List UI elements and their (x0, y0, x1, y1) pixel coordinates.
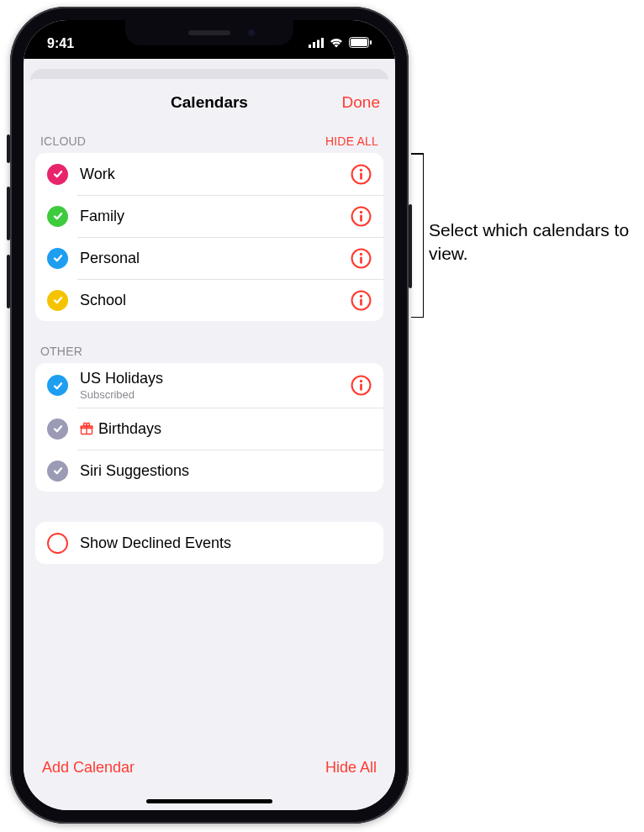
calendar-subtitle: Subscribed (80, 388, 351, 401)
wifi-icon (329, 36, 344, 51)
svg-rect-21 (360, 383, 362, 390)
calendar-name: Personal (80, 250, 351, 267)
other-calendar-group: US Holidays Subscribed Birthdays (35, 363, 383, 492)
calendar-name: School (80, 292, 351, 309)
svg-rect-1 (313, 42, 315, 48)
home-indicator[interactable] (146, 799, 272, 803)
svg-rect-5 (351, 39, 367, 46)
svg-point-17 (360, 294, 362, 297)
calendar-label-block: US Holidays Subscribed (80, 370, 351, 401)
icloud-hide-all-button[interactable]: HIDE ALL (325, 134, 378, 148)
svg-rect-12 (360, 214, 362, 221)
calendars-sheet: Calendars Done ICLOUD HIDE ALL Work (24, 79, 395, 810)
notch (125, 20, 293, 45)
calendar-row-birthdays[interactable]: Birthdays (35, 408, 383, 450)
checkmark-icon (47, 461, 68, 482)
svg-point-11 (360, 210, 362, 213)
calendar-row-family[interactable]: Family (35, 195, 383, 237)
other-section-header: OTHER (35, 336, 383, 363)
svg-point-20 (360, 380, 362, 382)
gift-icon (80, 422, 93, 435)
speaker (188, 30, 230, 35)
svg-point-14 (360, 252, 362, 255)
status-time: 9:41 (47, 36, 74, 51)
calendar-name: US Holidays (80, 370, 351, 387)
svg-point-8 (360, 168, 362, 171)
calendar-row-school[interactable]: School (35, 279, 383, 321)
svg-rect-3 (321, 38, 324, 48)
sheet-title: Calendars (171, 93, 248, 112)
info-icon[interactable] (351, 290, 372, 311)
volume-up-button (7, 187, 10, 240)
info-icon[interactable] (351, 375, 372, 396)
svg-rect-0 (309, 45, 311, 48)
callout-bracket (412, 153, 424, 318)
sheet-header: Calendars Done (24, 79, 395, 126)
icloud-section-header: ICLOUD HIDE ALL (35, 126, 383, 153)
checkmark-icon (47, 419, 68, 440)
icloud-label: ICLOUD (40, 134, 86, 148)
checkmark-icon (47, 164, 68, 185)
info-icon[interactable] (351, 164, 372, 185)
svg-rect-6 (370, 40, 372, 45)
calendar-row-us-holidays[interactable]: US Holidays Subscribed (35, 363, 383, 408)
checkmark-icon (47, 290, 68, 311)
checkmark-icon (47, 248, 68, 269)
silence-switch (7, 134, 10, 163)
calendar-name: Work (80, 166, 351, 183)
calendar-name: Birthdays (98, 420, 161, 438)
calendar-name: Siri Suggestions (80, 462, 372, 480)
volume-down-button (7, 255, 10, 308)
icloud-calendar-group: Work Family Personal (35, 153, 383, 321)
svg-rect-15 (360, 256, 362, 263)
svg-rect-18 (360, 298, 362, 305)
calendar-label-block: Birthdays (80, 420, 372, 438)
info-icon[interactable] (351, 206, 372, 227)
add-calendar-button[interactable]: Add Calendar (42, 759, 135, 777)
calendar-row-siri-suggestions[interactable]: Siri Suggestions (35, 450, 383, 492)
iphone-frame: 9:41 Calendars Done (10, 7, 409, 824)
declined-events-group: Show Declined Events (35, 522, 383, 564)
declined-label: Show Declined Events (80, 534, 372, 552)
cellular-icon (309, 36, 324, 51)
svg-rect-2 (317, 40, 319, 49)
done-button[interactable]: Done (342, 93, 380, 112)
sheet-content: ICLOUD HIDE ALL Work Family (24, 126, 395, 747)
calendar-row-personal[interactable]: Personal (35, 237, 383, 279)
screen: 9:41 Calendars Done (24, 20, 395, 810)
checkmark-icon (47, 375, 68, 396)
battery-icon (349, 36, 372, 51)
calendar-name: Family (80, 208, 351, 225)
front-camera (246, 28, 256, 38)
hide-all-button[interactable]: Hide All (325, 759, 377, 777)
calendar-row-work[interactable]: Work (35, 153, 383, 195)
callout-text: Select which calendars to view. (429, 219, 631, 266)
show-declined-events-row[interactable]: Show Declined Events (35, 522, 383, 564)
info-icon[interactable] (351, 248, 372, 269)
svg-rect-9 (360, 172, 362, 179)
unchecked-circle-icon (47, 533, 68, 554)
checkmark-icon (47, 206, 68, 227)
other-label: OTHER (40, 345, 82, 358)
